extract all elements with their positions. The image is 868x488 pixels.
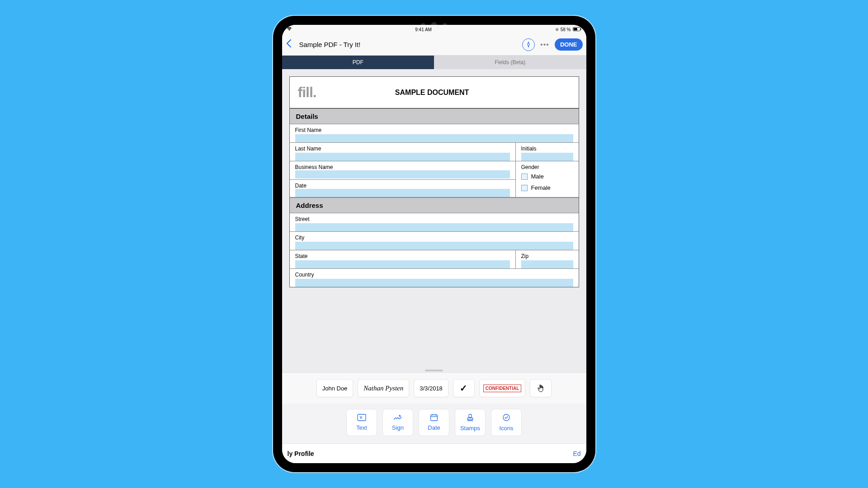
ipad-screen: 9:41 AM ✱ 58 % Sample PDF - Try It! ••• … xyxy=(282,25,586,463)
label-first-name: First Name xyxy=(295,127,573,133)
svg-rect-1 xyxy=(573,28,577,30)
checkbox-male-row[interactable]: Male xyxy=(521,171,573,182)
input-date[interactable] xyxy=(295,189,510,197)
label-male: Male xyxy=(531,173,544,180)
svg-rect-11 xyxy=(467,418,473,420)
tool-sign[interactable]: Sign xyxy=(382,409,413,436)
profile-bar: ly Profile Ed xyxy=(282,443,586,463)
tool-sign-label: Sign xyxy=(392,424,404,431)
label-city: City xyxy=(295,235,573,241)
label-business-name: Business Name xyxy=(295,164,510,170)
battery-icon xyxy=(573,27,582,32)
input-initials[interactable] xyxy=(521,153,573,161)
drag-handle[interactable] xyxy=(425,370,443,371)
checkbox-female[interactable] xyxy=(521,185,528,191)
icons-icon xyxy=(502,413,510,423)
profile-label: ly Profile xyxy=(288,450,314,457)
label-female: Female xyxy=(531,184,551,191)
tool-text[interactable]: T Text xyxy=(346,409,377,436)
svg-rect-2 xyxy=(580,28,581,29)
stamp-icon xyxy=(466,413,474,423)
tool-stamps[interactable]: Stamps xyxy=(455,409,486,436)
tab-fields[interactable]: Fields (Beta) xyxy=(434,56,586,69)
check-icon: ✓ xyxy=(460,383,467,394)
battery-text: 58 % xyxy=(561,27,571,32)
svg-rect-6 xyxy=(431,415,438,421)
input-country[interactable] xyxy=(295,279,573,287)
document-title: Sample PDF - Try It! xyxy=(299,41,361,48)
stamp-label: CONFIDENTIAL xyxy=(483,385,521,392)
section-address: Address xyxy=(290,197,579,213)
done-button[interactable]: DONE xyxy=(555,38,583,51)
quick-tap-icon[interactable] xyxy=(530,379,552,397)
document-page: fill. SAMPLE DOCUMENT Details First Name… xyxy=(289,76,579,287)
tool-row: T Text Sign Date Stamps xyxy=(282,404,586,443)
input-zip[interactable] xyxy=(521,260,573,268)
label-last-name: Last Name xyxy=(295,145,510,152)
input-first-name[interactable] xyxy=(295,134,573,142)
quick-date[interactable]: 3/3/2018 xyxy=(414,379,448,397)
tool-date[interactable]: Date xyxy=(419,409,449,436)
tool-icons[interactable]: Icons xyxy=(491,409,522,436)
nav-bar: Sample PDF - Try It! ••• DONE xyxy=(282,34,586,56)
profile-edit-button[interactable]: Ed xyxy=(573,450,580,457)
tool-stamps-label: Stamps xyxy=(460,425,480,432)
label-state: State xyxy=(295,253,510,259)
status-bar: 9:41 AM ✱ 58 % xyxy=(282,25,586,34)
svg-text:T: T xyxy=(359,416,362,420)
input-business-name[interactable] xyxy=(295,170,510,178)
more-button[interactable]: ••• xyxy=(538,38,551,51)
document-heading: SAMPLE DOCUMENT xyxy=(294,89,571,97)
text-icon: T xyxy=(357,414,366,422)
tool-date-label: Date xyxy=(428,424,440,431)
input-last-name[interactable] xyxy=(295,153,510,161)
input-city[interactable] xyxy=(295,242,573,250)
quick-stamp[interactable]: CONFIDENTIAL xyxy=(479,379,525,397)
label-initials: Initials xyxy=(521,145,573,152)
back-button[interactable] xyxy=(286,39,294,51)
status-time: 9:41 AM xyxy=(415,27,432,32)
section-details: Details xyxy=(290,108,579,124)
document-viewport[interactable]: fill. SAMPLE DOCUMENT Details First Name… xyxy=(282,69,586,372)
quick-name[interactable]: John Doe xyxy=(316,379,354,397)
hand-icon xyxy=(537,384,545,393)
calendar-icon xyxy=(430,414,438,422)
label-date: Date xyxy=(295,183,510,189)
svg-rect-10 xyxy=(469,414,472,418)
pen-tool-button[interactable] xyxy=(522,38,535,51)
bluetooth-icon: ✱ xyxy=(555,27,559,32)
ipad-frame: 9:41 AM ✱ 58 % Sample PDF - Try It! ••• … xyxy=(273,16,595,472)
quick-signature[interactable]: Nathan Pysten xyxy=(358,379,409,397)
quick-items-row: John Doe Nathan Pysten 3/3/2018 ✓ CONFID… xyxy=(282,372,586,404)
label-gender: Gender xyxy=(521,164,573,170)
wifi-icon xyxy=(287,27,292,32)
segmented-control: PDF Fields (Beta) xyxy=(282,56,586,69)
input-street[interactable] xyxy=(295,223,573,231)
sign-icon xyxy=(393,414,402,422)
checkbox-male[interactable] xyxy=(521,174,528,180)
tool-icons-label: Icons xyxy=(499,425,513,432)
label-zip: Zip xyxy=(521,253,573,259)
tool-text-label: Text xyxy=(356,424,367,431)
quick-checkmark[interactable]: ✓ xyxy=(453,379,475,397)
label-country: Country xyxy=(295,272,573,278)
tab-pdf[interactable]: PDF xyxy=(282,56,434,69)
label-street: Street xyxy=(295,216,573,222)
input-state[interactable] xyxy=(295,260,510,268)
checkbox-female-row[interactable]: Female xyxy=(521,183,573,193)
